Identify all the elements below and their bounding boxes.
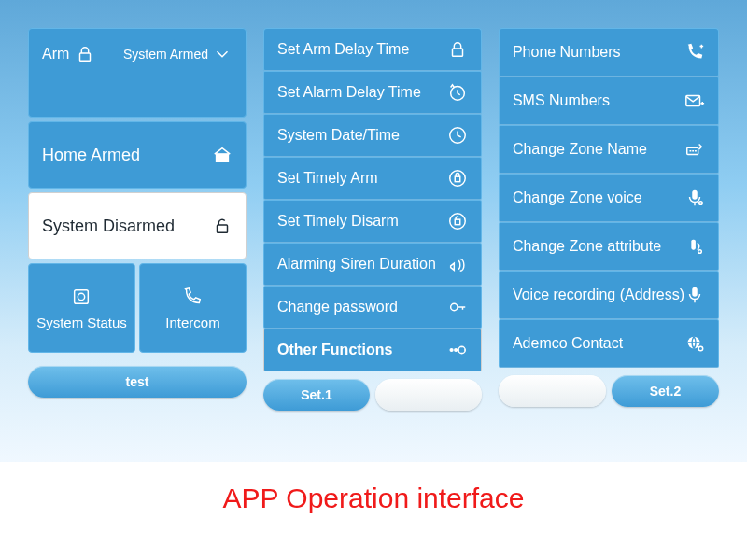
system-status-button[interactable]: System Status (28, 263, 135, 353)
column-middle: Set Arm Delay Time Set Alarm Delay Time … (263, 28, 482, 420)
svg-rect-21 (692, 287, 698, 297)
change-zone-name[interactable]: Change Zone Name (499, 125, 719, 174)
lock-closed-icon (75, 44, 95, 64)
tile-label: Set Arm Delay Time (277, 41, 409, 58)
mid-blank-pill[interactable] (375, 379, 482, 411)
tile-label: System Date/Time (277, 127, 400, 144)
tile-label: Change Zone attribute (513, 238, 661, 255)
mid-pillbar: Set.1 (263, 379, 482, 411)
sms-numbers[interactable]: SMS Numbers (499, 77, 719, 125)
pill-label: Set.1 (301, 387, 331, 402)
phone-add-icon (684, 42, 705, 63)
tile-label: Set Alarm Delay Time (277, 84, 421, 101)
other-functions[interactable]: Other Functions (263, 329, 482, 371)
svg-rect-0 (80, 53, 91, 61)
tile-label: Change password (277, 299, 398, 315)
siren-icon (447, 254, 468, 274)
voice-recording-address[interactable]: Voice recording (Address) (499, 271, 719, 319)
svg-point-11 (451, 303, 458, 310)
system-status-label: System Status (36, 315, 127, 330)
chevron-down-icon (212, 44, 233, 64)
set1-pill[interactable]: Set.1 (263, 379, 370, 411)
svg-rect-1 (217, 225, 227, 232)
system-disarmed-label: System Disarmed (42, 217, 175, 236)
change-zone-attribute[interactable]: Change Zone attribute (499, 222, 719, 271)
phone-numbers[interactable]: Phone Numbers (499, 28, 719, 77)
home-icon (212, 145, 233, 165)
svg-rect-4 (452, 49, 462, 56)
svg-rect-10 (455, 219, 460, 225)
clock-icon (447, 125, 468, 146)
arm-tile[interactable]: Arm System Armed (28, 28, 247, 118)
svg-rect-19 (691, 240, 696, 250)
tile-label: Phone Numbers (513, 44, 621, 61)
svg-point-12 (450, 349, 453, 352)
mic-gear-icon (684, 188, 705, 208)
mail-add-icon (684, 91, 705, 111)
system-disarmed-tile[interactable]: System Disarmed (28, 192, 247, 259)
tile-label: Other Functions (277, 342, 393, 358)
tile-label: Alarming Siren Duration (277, 256, 436, 273)
set-timely-disarm[interactable]: Set Timely Disarm (263, 200, 482, 243)
svg-point-18 (699, 202, 703, 205)
svg-point-13 (455, 349, 458, 352)
sensor-icon (684, 236, 705, 257)
test-pill[interactable]: test (28, 366, 247, 398)
lock-open-icon (212, 216, 233, 236)
rename-icon (684, 139, 705, 160)
change-password[interactable]: Change password (263, 286, 482, 329)
tile-label: Voice recording (Address) (513, 287, 684, 303)
svg-rect-17 (692, 190, 698, 200)
left-bottom-row: System Status Intercom (28, 263, 247, 353)
svg-rect-8 (455, 176, 460, 182)
set-alarm-delay-time[interactable]: Set Alarm Delay Time (263, 71, 482, 114)
svg-point-20 (698, 250, 702, 254)
set2-pill[interactable]: Set.2 (612, 375, 719, 407)
mic-icon (684, 285, 705, 305)
svg-rect-2 (75, 289, 89, 303)
panels-row: Arm System Armed Home Armed System Disar… (0, 0, 747, 420)
system-date-time[interactable]: System Date/Time (263, 114, 482, 157)
svg-point-9 (450, 214, 466, 230)
tile-label: Change Zone voice (513, 189, 642, 206)
ademco-contact[interactable]: Ademco Contact (499, 319, 719, 368)
tile-label: Ademco Contact (513, 335, 623, 352)
set-timely-arm[interactable]: Set Timely Arm (263, 157, 482, 200)
column-left: Arm System Armed Home Armed System Disar… (28, 28, 247, 420)
test-pill-label: test (126, 374, 149, 389)
svg-point-23 (698, 346, 703, 351)
unlock-cycle-icon (447, 211, 468, 231)
status-icon (71, 287, 92, 307)
system-armed-label: System Armed (123, 47, 208, 62)
arm-label: Arm (42, 46, 69, 63)
home-armed-label: Home Armed (42, 146, 140, 165)
set-arm-delay-time[interactable]: Set Arm Delay Time (263, 28, 482, 71)
tile-label: Change Zone Name (513, 141, 647, 158)
tile-label: Set Timely Disarm (277, 213, 399, 230)
lock-closed-icon (447, 39, 468, 60)
clock-back-icon (447, 82, 468, 103)
app-screenshot: Arm System Armed Home Armed System Disar… (0, 0, 747, 462)
right-blank-pill[interactable] (499, 375, 606, 407)
phone-icon (182, 287, 203, 307)
key-icon (447, 297, 468, 317)
more-gear-icon (447, 340, 468, 360)
lock-cycle-icon (447, 168, 468, 189)
intercom-button[interactable]: Intercom (139, 263, 247, 353)
column-right: Phone Numbers SMS Numbers Change Zone Na… (499, 28, 719, 420)
tile-label: SMS Numbers (513, 92, 610, 109)
svg-point-14 (458, 346, 465, 353)
svg-point-3 (78, 293, 85, 300)
change-zone-voice[interactable]: Change Zone voice (499, 174, 719, 222)
tile-label: Set Timely Arm (277, 170, 378, 187)
home-armed-tile[interactable]: Home Armed (28, 121, 247, 189)
globe-gear-icon (684, 333, 705, 354)
caption: APP Operation interface (0, 483, 747, 514)
intercom-label: Intercom (165, 315, 219, 330)
alarming-siren-duration[interactable]: Alarming Siren Duration (263, 243, 482, 286)
right-pillbar: Set.2 (499, 375, 719, 407)
pill-label: Set.2 (650, 384, 681, 399)
